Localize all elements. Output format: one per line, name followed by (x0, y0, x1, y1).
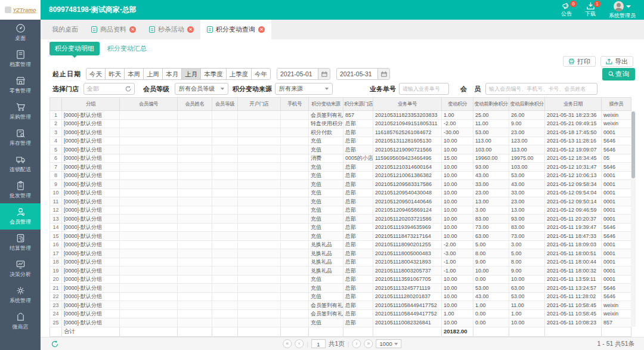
date-to-input[interactable]: 2021-05-31 (336, 68, 390, 80)
tab-商品资料[interactable]: 商品资料✕ (85, 20, 143, 39)
date-from-input[interactable]: 2021-05-01 (277, 68, 330, 80)
sidebar-item-wholesale[interactable]: 批发管理 (0, 177, 41, 203)
page-input[interactable]: 1 (311, 339, 326, 348)
table-row[interactable]: 1[0000]-默认分组会员签到有礼8572021053118233532038… (50, 111, 631, 120)
sidebar-item-microshop[interactable]: 微商店 (0, 308, 41, 334)
level-select[interactable]: 所有会员等级 (175, 83, 228, 95)
tab-points-summary[interactable]: 积分变动汇总 (107, 44, 147, 53)
sidebar-item-settlement[interactable]: 结算管理 (0, 230, 41, 256)
table-row[interactable]: 6[0000]-默认分组消费0005的小店1159695609423466496… (50, 154, 631, 163)
table-row[interactable]: 20[0000]-默认分组充值总部202105111359106770510.0… (50, 275, 631, 284)
table-scrollbar[interactable] (631, 111, 636, 327)
table-row[interactable]: 11[0000]-默认分组充值总部202105120950144064610.0… (50, 197, 631, 206)
date-quick-本周[interactable]: 本周 (124, 68, 144, 80)
table-row[interactable]: 17[0000]-默认分组兑换礼品总部2021051118005000483-3… (50, 249, 631, 258)
table-row[interactable]: 12[0000]-默认分组充值总部202105120946586912410.0… (50, 206, 631, 215)
printer-icon (568, 58, 575, 64)
sidebar-item-dashboard[interactable]: 桌面 (0, 20, 41, 46)
last-page-button[interactable]: » (364, 339, 373, 348)
sidebar-item-analysis[interactable]: 决策分析 (0, 256, 41, 282)
order-input[interactable]: 请输入业务单号 (399, 83, 449, 95)
refresh-icon[interactable] (51, 340, 58, 348)
table-row[interactable]: 7[0000]-默认分组充值总部202105121031460016410.00… (50, 163, 631, 172)
date-quick-本月[interactable]: 本月 (162, 68, 182, 80)
table-row[interactable]: 13[0000]-默认分组充值总部202105112020372158610.0… (50, 215, 631, 224)
table-row[interactable]: 9[0000]-默认分组充值总部202105120958331758610.00… (50, 180, 631, 189)
print-button[interactable]: 打印 (563, 56, 596, 67)
table-row[interactable]: 21[0000]-默认分组充值总部202105111324577111910.0… (50, 284, 631, 293)
next-page-button[interactable]: › (352, 339, 361, 348)
table-row[interactable]: 25[0000]-默认分组充值总部202105111008232684110.0… (50, 318, 631, 327)
date-quick-今年[interactable]: 今年 (251, 68, 271, 80)
table-row[interactable]: 5[0000]-默认分组充值总部202105121909072156610.00… (50, 145, 631, 154)
record-count: 1 - 51 共51条 (597, 340, 644, 348)
column-header (50, 98, 62, 111)
sidebar-item-delivery[interactable]: 连锁配送 (0, 151, 41, 177)
table-row[interactable]: 24[0000]-默认分组会员签到有礼总部2021051110584494177… (50, 309, 631, 318)
column-header: 会员编号 (120, 98, 178, 111)
download-button[interactable]: 1 下载 (585, 0, 596, 18)
page-total: 共1页 (329, 340, 345, 348)
column-header: 分组 (62, 98, 120, 111)
sidebar-item-member[interactable]: 会员管理 (0, 203, 41, 230)
close-icon[interactable]: ✕ (258, 26, 265, 33)
user-name: 系统管理员 (609, 12, 636, 20)
user-menu[interactable]: 系统管理员 (609, 0, 636, 20)
calendar-icon[interactable] (318, 69, 330, 79)
table-row[interactable]: 10[0000]-默认分组充值总部202105120954043004810.0… (50, 188, 631, 197)
table-row[interactable]: 22[0000]-默认分组充值总部202105111128020183710.0… (50, 292, 631, 301)
date-quick-上月[interactable]: 上月 (181, 68, 201, 80)
query-button[interactable]: 查询 (602, 68, 635, 80)
date-quick-今天[interactable]: 今天 (86, 68, 106, 80)
tab-秒杀活动[interactable]: 秒杀活动✕ (143, 20, 200, 39)
table-row[interactable]: 23[0000]-默认分组会员签到有礼总部2021051110584494177… (50, 301, 631, 310)
column-header: 手机号 (281, 98, 309, 111)
member-input[interactable]: 输入会员编号、手机号、卡号、会员姓名 (485, 83, 597, 95)
column-header: 开户门店 (238, 98, 281, 111)
close-icon[interactable]: ✕ (187, 26, 194, 33)
date-quick-昨天[interactable]: 昨天 (105, 68, 125, 80)
prev-page-button[interactable]: ‹ (295, 339, 304, 348)
sidebar-item-purchase[interactable]: 采购管理 (0, 98, 41, 125)
app-logo: YZTramo (0, 0, 41, 20)
table-row[interactable]: 4[0000]-默认分组充值总部202105131128160513010.00… (50, 137, 631, 145)
chevron-down-icon (221, 88, 224, 90)
scrollbar-thumb[interactable] (631, 111, 635, 178)
close-icon[interactable]: ✕ (129, 26, 136, 33)
store-input[interactable]: 全部 (83, 83, 135, 95)
date-quick-上周[interactable]: 上周 (143, 68, 163, 80)
points-table: 分组会员编号会员姓名会员等级开户门店手机号积分变动来源积分来源门店业务单号变动积… (49, 97, 636, 337)
refresh-icon[interactable] (125, 86, 131, 92)
table-row[interactable]: 16[0000]-默认分组兑换礼品总部2021051118090201255-2… (50, 240, 631, 249)
sidebar-item-inventory[interactable]: 库存管理 (0, 125, 41, 151)
summary-row: 合计20182.00 (50, 327, 631, 336)
pagination: « ‹ | 1 共1页 | › » 1000 (283, 339, 401, 348)
export-button[interactable]: 导出 (600, 56, 633, 67)
date-quick-上季度[interactable]: 上季度 (226, 68, 252, 80)
sidebar-item-system[interactable]: 系统管理 (0, 282, 41, 308)
tab-积分变动查询[interactable]: 积分变动查询✕ (200, 20, 271, 39)
calendar-icon[interactable] (377, 69, 389, 79)
source-select[interactable]: 所有来源 (275, 83, 333, 95)
first-page-button[interactable]: « (283, 339, 292, 348)
archive-icon (16, 49, 26, 60)
table-row[interactable]: 3[0000]-默认分组积分付款总部1161857625261084672-30… (50, 128, 631, 137)
sidebar-item-archive[interactable]: 档案管理 (0, 46, 41, 72)
tab-points-detail[interactable]: 积分变动明细 (49, 42, 100, 55)
column-header: 会员等级 (212, 98, 238, 111)
table-row[interactable]: 8[0000]-默认分组充值总部202105121006138638210.00… (50, 171, 631, 180)
column-header: 积分变动来源 (309, 98, 343, 111)
inventory-icon (16, 128, 26, 138)
tab-我的桌面[interactable]: 我的桌面 (45, 20, 85, 39)
table-row[interactable]: 15[0000]-默认分组充值总部202105111847321716410.0… (50, 232, 631, 241)
table-row[interactable]: 14[0000]-默认分组充值总部202105111939463596910.0… (50, 223, 631, 232)
analysis-icon (16, 259, 26, 270)
sidebar-item-retail[interactable]: 零售管理 (0, 72, 41, 98)
table-row[interactable]: 19[0000]-默认分组兑换礼品总部2021051118003205737-1… (50, 267, 631, 275)
table-row[interactable]: 2[0000]-默认分组转盘使用积分总部20210521094915180531… (50, 119, 631, 128)
table-row[interactable]: 18[0000]-默认分组兑换礼品总部2021051118004321893-1… (50, 258, 631, 267)
date-quick-本季度[interactable]: 本季度 (200, 68, 227, 80)
column-header: 变动后剩余积分 (509, 98, 545, 111)
page-size-select[interactable]: 1000 (376, 339, 402, 348)
announce-button[interactable]: 0 公告 (561, 0, 572, 18)
